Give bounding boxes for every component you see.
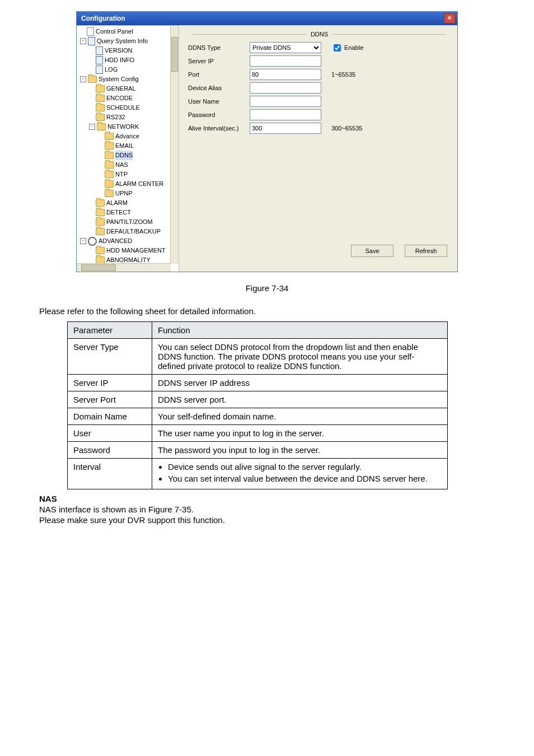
- folder-icon: [96, 228, 105, 235]
- user-name-input[interactable]: [250, 96, 321, 107]
- tree-log[interactable]: LOG: [88, 65, 179, 74]
- minus-icon[interactable]: -: [80, 238, 86, 244]
- param-cell: Server Port: [68, 391, 152, 408]
- parameter-table: Parameter Function Server TypeYou can se…: [67, 321, 448, 489]
- param-cell: Password: [68, 442, 152, 459]
- folder-icon: [96, 95, 105, 102]
- tree-system-config[interactable]: -System Config GENERAL ENCODE SCHEDULE R…: [79, 74, 179, 236]
- table-header-row: Parameter Function: [68, 322, 448, 339]
- device-alias-input[interactable]: [250, 82, 321, 94]
- close-button[interactable]: ×: [444, 13, 455, 24]
- node-icon: [96, 66, 103, 74]
- gear-icon: [88, 237, 97, 246]
- node-icon: [88, 37, 95, 45]
- tree-rs232[interactable]: RS232: [88, 113, 179, 122]
- folder-icon: [105, 180, 114, 188]
- tree-ddns[interactable]: DDNS: [97, 151, 179, 160]
- tree-hdd-info[interactable]: HDD INFO: [88, 55, 179, 65]
- row-ddns-type: DDNS Type Private DDNS Enable: [188, 41, 451, 54]
- tree-default-backup[interactable]: DEFAULT/BACKUP: [88, 227, 179, 236]
- param-cell: Server IP: [68, 375, 152, 391]
- param-cell: Domain Name: [68, 408, 152, 425]
- figure-caption: Figure 7-34: [39, 283, 495, 293]
- configuration-window: Configuration × Control Panel -Query Sys…: [76, 11, 458, 272]
- table-row: Server IPDDNS server IP address: [68, 375, 448, 391]
- folder-icon: [96, 114, 105, 121]
- function-cell: The password you input to log in the ser…: [152, 442, 448, 459]
- tree-ptz[interactable]: PAN/TILT/ZOOM: [88, 217, 179, 227]
- row-interval: Alive Interval(sec.) 300~65535: [188, 122, 451, 135]
- refresh-button[interactable]: Refresh: [405, 245, 447, 257]
- legend-text: DDNS: [311, 31, 328, 38]
- ddns-type-select[interactable]: Private DDNS: [250, 42, 321, 53]
- function-bullet: You can set interval value between the d…: [168, 474, 442, 483]
- row-password: Password: [188, 108, 451, 122]
- ddns-type-label: DDNS Type: [188, 44, 250, 51]
- tree-query-system-info[interactable]: -Query System Info VERSION HDD INFO LOG: [79, 36, 179, 74]
- tree-schedule[interactable]: SCHEDULE: [88, 103, 179, 113]
- function-cell: The user name you input to log in the se…: [152, 425, 448, 442]
- tree-pane: Control Panel -Query System Info VERSION…: [77, 25, 179, 272]
- tree-version[interactable]: VERSION: [88, 46, 179, 55]
- tree-vertical-scrollbar[interactable]: [170, 26, 179, 264]
- tree-ntp[interactable]: NTP: [97, 170, 179, 179]
- tree-alarm[interactable]: ALARM: [88, 198, 179, 208]
- folder-icon: [105, 133, 114, 140]
- row-server-ip: Server IP: [188, 54, 451, 68]
- enable-checkbox[interactable]: [334, 44, 341, 52]
- tree-advance[interactable]: Advance: [97, 132, 179, 141]
- folder-icon: [88, 76, 97, 83]
- row-port: Port 1~65535: [188, 68, 451, 81]
- port-label: Port: [188, 71, 250, 78]
- table-row: IntervalDevice sends out alive signal to…: [68, 459, 448, 489]
- interval-input[interactable]: [250, 123, 321, 134]
- server-ip-label: Server IP: [188, 58, 250, 64]
- header-parameter: Parameter: [68, 322, 152, 339]
- function-cell: You can select DDNS protocol from the dr…: [152, 339, 448, 375]
- nas-title: NAS: [39, 494, 495, 503]
- enable-wrapper[interactable]: Enable: [331, 43, 363, 53]
- password-input[interactable]: [250, 109, 321, 120]
- interval-range: 300~65535: [331, 125, 362, 132]
- param-cell: Server Type: [68, 339, 152, 375]
- save-button[interactable]: Save: [351, 245, 394, 257]
- legend-row: DDNS: [188, 31, 451, 38]
- function-cell: DDNS server port.: [152, 391, 448, 408]
- folder-icon: [105, 171, 114, 178]
- tree-root[interactable]: Control Panel: [79, 27, 179, 36]
- tree-horizontal-scrollbar[interactable]: [77, 263, 171, 272]
- folder-icon: [96, 199, 105, 207]
- minus-icon[interactable]: -: [80, 76, 86, 82]
- minus-icon[interactable]: -: [89, 124, 95, 130]
- nas-line1: NAS interface is shown as in Figure 7-35…: [39, 505, 495, 514]
- window-titlebar: Configuration ×: [77, 12, 457, 25]
- server-ip-input[interactable]: [250, 55, 321, 67]
- device-alias-label: Device Alias: [188, 85, 250, 91]
- tree-upnp[interactable]: UPNP: [97, 189, 179, 198]
- folder-icon: [96, 104, 105, 111]
- function-cell: Device sends out alive signal to the ser…: [152, 459, 448, 489]
- folder-icon: [105, 190, 114, 197]
- enable-label: Enable: [344, 44, 363, 51]
- tree-email[interactable]: EMAIL: [97, 141, 179, 151]
- port-range: 1~65535: [331, 71, 355, 78]
- tree-detect[interactable]: DETECT: [88, 208, 179, 217]
- tree-general[interactable]: GENERAL: [88, 84, 179, 94]
- tree-hdd-management[interactable]: HDD MANAGEMENT: [88, 246, 179, 255]
- folder-icon: [96, 85, 105, 92]
- interval-label: Alive Interval(sec.): [188, 125, 250, 132]
- nas-line2: Please make sure your DVR support this f…: [39, 515, 495, 525]
- node-icon: [96, 56, 103, 64]
- tree-network[interactable]: -NETWORK Advance EMAIL DDNS NAS NTP ALAR…: [88, 122, 179, 198]
- tree-encode[interactable]: ENCODE: [88, 94, 179, 103]
- minus-icon[interactable]: -: [80, 38, 86, 44]
- tree-nas-node[interactable]: NAS: [97, 160, 179, 170]
- folder-icon: [105, 142, 114, 150]
- window-body: Control Panel -Query System Info VERSION…: [77, 25, 457, 272]
- port-input[interactable]: [250, 69, 321, 80]
- panel-icon: [87, 27, 94, 36]
- tree-alarm-center[interactable]: ALARM CENTER: [97, 179, 179, 189]
- intro-text: Please refer to the following sheet for …: [39, 306, 495, 316]
- param-cell: Interval: [68, 459, 152, 489]
- window-title: Configuration: [81, 15, 125, 22]
